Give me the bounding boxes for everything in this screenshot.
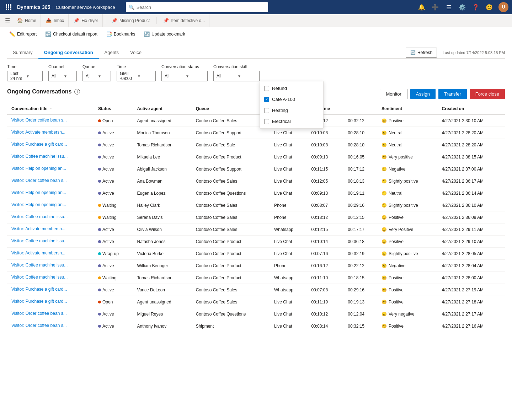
force-close-button[interactable]: Force close — [470, 89, 505, 99]
skill-option-electrical[interactable]: Electrical — [260, 116, 323, 127]
conversation-link-3[interactable]: Visitor: Coffee machine issu... — [11, 154, 68, 159]
tab-menu-icon[interactable]: ☰ — [3, 16, 12, 25]
skill-checkbox-cafe[interactable] — [264, 97, 269, 102]
skill-checkbox-electrical[interactable] — [264, 119, 269, 124]
cell-queue-1: Contoso Coffee Support — [192, 127, 270, 139]
top-navigation: Dynamics 365 | Customer service workspac… — [0, 0, 512, 14]
conversation-link-2[interactable]: Visitor: Purchase a gift card... — [11, 142, 67, 147]
tab-inbox[interactable]: 📥 Inbox — [42, 14, 69, 27]
cell-col7-15: 00:19:13 — [343, 296, 377, 308]
checkout-report-button[interactable]: ↩️ Checkout default report — [42, 29, 101, 39]
col-conversation-title[interactable]: Conversation title ↑ — [7, 103, 94, 114]
search-input[interactable] — [137, 5, 265, 10]
conversation-link-14[interactable]: Visitor: Purchase a gift card... — [11, 287, 67, 292]
col-sentiment[interactable]: Sentiment — [377, 103, 438, 114]
tab-fix-dryer[interactable]: 📌 Fix dryer — [69, 14, 103, 27]
sentiment-icon-11: 🙂 — [382, 251, 387, 256]
skill-option-cafe[interactable]: Café A-100 — [260, 94, 323, 105]
waffle-menu[interactable] — [4, 2, 14, 12]
plus-icon[interactable]: ➕ — [431, 3, 439, 11]
tab-voice[interactable]: Voice — [124, 47, 147, 59]
status-label-11: Wrap-up — [102, 251, 119, 256]
skill-dropdown[interactable]: Refund Café A-100 Heating Electrical — [260, 81, 324, 129]
monitor-button[interactable]: Monitor — [380, 89, 407, 99]
filter-time-select[interactable]: Last 24 hrs ▼ — [7, 71, 43, 81]
conversation-link-1[interactable]: Visitor: Activate membersh... — [11, 130, 65, 135]
status-label-15: Open — [102, 300, 113, 305]
feedback-icon[interactable]: 😊 — [485, 3, 494, 11]
table-row: Visitor: Purchase a gift card... Active … — [7, 139, 505, 151]
tab-summary[interactable]: Summary — [7, 47, 38, 59]
col-created-on[interactable]: Created on — [438, 103, 505, 114]
search-bar[interactable]: 🔍 — [126, 2, 268, 12]
table-row: Visitor: Order coffee bean s... Open Age… — [7, 114, 505, 127]
skill-checkbox-heating[interactable] — [264, 108, 269, 113]
info-icon[interactable]: i — [74, 89, 80, 95]
cell-status-3: Active — [94, 151, 133, 163]
skill-option-refund[interactable]: Refund — [260, 83, 323, 94]
filter-conv-skill: Conversation skill All ▼ — [213, 64, 260, 81]
settings-icon[interactable]: ⚙️ — [458, 3, 466, 11]
bookmarks-button[interactable]: 📑 Bookmarks — [102, 29, 139, 39]
assign-button[interactable]: Assign — [410, 89, 436, 99]
filter-conv-status-select[interactable]: All ▼ — [161, 71, 208, 81]
skill-option-heating[interactable]: Heating — [260, 105, 323, 116]
conversation-link-11[interactable]: Visitor: Activate membersh... — [11, 251, 65, 255]
conversation-link-15[interactable]: Visitor: Purchase a gift card... — [11, 299, 67, 304]
sentiment-label-17: Positive — [389, 324, 404, 329]
skill-checkbox-refund[interactable] — [264, 86, 269, 91]
conversation-link-5[interactable]: Visitor: Order coffee bean s... — [11, 178, 67, 183]
section-title: Ongoing Conversations — [7, 88, 71, 95]
tab-missing-product[interactable]: 📌 Missing Product — [107, 14, 154, 27]
col-active-agent[interactable]: Active agent — [133, 103, 192, 114]
table-row: Visitor: Coffee machine issu... Waiting … — [7, 272, 505, 284]
filter-timezone-arrow: ▼ — [137, 74, 153, 78]
cell-col7-6: 00:19:11 — [343, 187, 377, 199]
status-label-12: Active — [102, 263, 114, 268]
tab-ongoing-conversation[interactable]: Ongoing conversation — [38, 47, 99, 59]
conversation-link-16[interactable]: Visitor: Order coffee bean s... — [11, 311, 67, 316]
transfer-button[interactable]: Transfer — [438, 89, 467, 99]
cell-status-7: Waiting — [94, 199, 133, 211]
filters: Time Last 24 hrs ▼ Channel All ▼ Queue A… — [7, 64, 505, 81]
filter-timezone-label: Time — [117, 64, 156, 69]
conversation-link-8[interactable]: Visitor: Coffee machine issu... — [11, 214, 68, 219]
filter-timezone-select[interactable]: GMT -08:00 ▼ — [117, 71, 156, 81]
tab-agents[interactable]: Agents — [99, 47, 124, 59]
update-bookmark-button[interactable]: 🔄 Update bookmark — [140, 29, 189, 39]
conversation-link-4[interactable]: Visitor: Help on opening an... — [11, 166, 66, 171]
filter-conv-skill-select[interactable]: All ▼ — [213, 71, 260, 81]
col-status[interactable]: Status — [94, 103, 133, 114]
avatar[interactable]: U — [498, 2, 508, 12]
filter-channel-select[interactable]: All ▼ — [48, 71, 77, 81]
col-queue[interactable]: Queue — [192, 103, 270, 114]
status-label-6: Active — [102, 191, 114, 196]
conversation-link-9[interactable]: Visitor: Activate membersh... — [11, 226, 65, 231]
tab-item-defective[interactable]: 📌 Item defective o... — [159, 14, 209, 27]
conversation-link-12[interactable]: Visitor: Coffee machine issu... — [11, 263, 68, 268]
sentiment-icon-5: 🙂 — [382, 179, 387, 184]
sentiment-label-5: Slightly positive — [389, 179, 418, 184]
cell-channel-3: Live Chat — [270, 151, 307, 163]
conversation-link-7[interactable]: Visitor: Help on opening an... — [11, 202, 66, 207]
conversation-link-17[interactable]: Visitor: Order coffee bean s... — [11, 323, 67, 328]
tab-home[interactable]: 🏠 Home — [13, 14, 41, 27]
cell-status-1: Active — [94, 127, 133, 139]
sentiment-label-12: Negative — [389, 263, 405, 268]
bell-icon[interactable]: 🔔 — [417, 3, 426, 11]
conversation-link-13[interactable]: Visitor: Coffee machine issu... — [11, 275, 68, 280]
status-dot-13 — [98, 276, 101, 279]
filter-icon[interactable]: ☰ — [444, 3, 453, 11]
cell-waittime-10: 00:10:14 — [307, 236, 343, 248]
filter-queue-select[interactable]: All ▼ — [82, 71, 111, 81]
help-icon[interactable]: ❓ — [471, 3, 480, 11]
edit-report-button[interactable]: ✏️ Edit report — [6, 29, 40, 39]
conversation-link-10[interactable]: Visitor: Coffee machine issu... — [11, 238, 68, 243]
conversation-link-6[interactable]: Visitor: Help on opening an... — [11, 190, 66, 195]
refresh-button[interactable]: 🔄 Refresh — [406, 48, 437, 58]
table-row: Visitor: Help on opening an... Active Eu… — [7, 187, 505, 199]
sentiment-label-15: Positive — [389, 300, 404, 305]
col-col7[interactable] — [343, 103, 377, 114]
conversation-link-0[interactable]: Visitor: Order coffee bean s... — [11, 118, 67, 123]
cell-agent-16: Miguel Reyes — [133, 308, 192, 320]
